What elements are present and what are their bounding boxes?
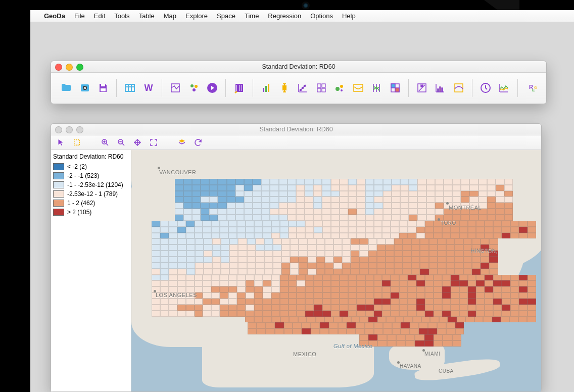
toolbar-window: Standard Deviation: RD60 WMREG (51, 61, 547, 104)
city-dot (158, 167, 160, 169)
city-dot (397, 361, 400, 364)
legend-item[interactable]: < -2 (2) (53, 162, 129, 171)
regression-icon[interactable]: REG (522, 79, 540, 97)
svg-rect-18 (317, 84, 321, 87)
menu-map[interactable]: Map (159, 12, 181, 20)
legend-swatch (53, 181, 64, 188)
close-traffic-light[interactable] (55, 126, 62, 133)
toolbar-titlebar[interactable]: Standard Deviation: RD60 (51, 61, 546, 73)
select-columns-icon[interactable] (230, 79, 248, 97)
time-icon[interactable] (476, 79, 495, 97)
svg-rect-12 (265, 86, 267, 92)
svg-point-8 (195, 85, 198, 88)
play-icon[interactable] (203, 79, 221, 97)
save-icon[interactable] (94, 79, 112, 97)
bubble-chart-icon[interactable] (330, 79, 349, 97)
svg-rect-27 (391, 84, 395, 88)
choropleth-layer (152, 173, 536, 366)
menu-space[interactable]: Space (212, 12, 240, 20)
close-traffic-light[interactable] (55, 64, 62, 71)
add-layer-icon[interactable] (176, 137, 187, 148)
map-label: HINGTON, (471, 248, 498, 254)
moran-scatter-icon[interactable]: M (413, 79, 431, 97)
menu-options[interactable]: Options (306, 12, 338, 20)
svg-rect-2 (101, 84, 105, 86)
main-toolbar: WMREG (51, 73, 546, 103)
laptop-camera (303, 3, 308, 8)
close-project-icon[interactable] (75, 79, 93, 97)
menu-tools[interactable]: Tools (110, 12, 134, 20)
minimize-traffic-light[interactable] (66, 126, 73, 133)
svg-point-22 (336, 87, 340, 91)
menu-explore[interactable]: Explore (181, 12, 212, 20)
menu-time[interactable]: Time (240, 12, 263, 20)
legend-label: -2.53e-12 - 1 (789) (67, 190, 118, 198)
menu-regression[interactable]: Regression (263, 12, 306, 20)
svg-point-7 (190, 84, 194, 87)
map-label: Gulf of Mexico (333, 343, 372, 349)
legend-swatch (53, 172, 64, 179)
city-dot (154, 290, 156, 292)
cluster-dots-icon[interactable] (184, 79, 203, 97)
legend-swatch (53, 163, 64, 170)
pan-icon[interactable] (132, 137, 143, 148)
map-label: MEXICO (293, 351, 316, 357)
svg-point-24 (341, 89, 343, 91)
legend-item[interactable]: -2 - -1 (523) (53, 171, 129, 180)
city-dot (446, 202, 449, 205)
cartogram-icon[interactable] (349, 79, 367, 97)
box-plot-icon[interactable] (275, 79, 294, 97)
minimize-traffic-light[interactable] (66, 64, 73, 71)
svg-rect-11 (263, 88, 264, 92)
menu-file[interactable]: File (70, 12, 89, 20)
svg-rect-20 (317, 88, 321, 92)
legend-label: > 2 (105) (67, 209, 91, 216)
legend-item[interactable]: 1 - 2 (462) (53, 199, 129, 208)
differential-moran-icon[interactable] (431, 79, 449, 97)
open-folder-icon[interactable] (57, 79, 75, 97)
averages-chart-icon[interactable] (495, 79, 513, 97)
scatter-matrix-icon[interactable] (312, 79, 330, 97)
refresh-icon[interactable] (193, 137, 204, 148)
pointer-icon[interactable] (55, 137, 66, 148)
full-extent-icon[interactable] (148, 137, 159, 148)
legend-swatch (53, 190, 64, 198)
map-window: Standard Deviation: RD60 Standard Deviat… (51, 123, 542, 392)
app-menu[interactable]: GeoDa (39, 12, 70, 20)
legend-item[interactable]: > 2 (105) (53, 208, 129, 217)
table-icon[interactable] (121, 79, 139, 97)
map-canvas[interactable]: VANCOUVERMONTRÉALTOROHINGTON,LOS ANGELES… (131, 150, 541, 391)
map-toolbar (51, 135, 541, 150)
map-titlebar[interactable]: Standard Deviation: RD60 (51, 124, 541, 135)
map-classifier-icon[interactable] (166, 79, 184, 97)
select-rect-icon[interactable] (71, 137, 82, 148)
legend-swatch (53, 209, 64, 216)
bar-chart-icon[interactable] (257, 79, 275, 97)
menu-help[interactable]: Help (338, 12, 360, 20)
menu-table[interactable]: Table (134, 12, 159, 20)
map-label: MONTRÉAL (449, 205, 482, 211)
svg-rect-21 (322, 88, 325, 92)
menu-edit[interactable]: Edit (89, 12, 110, 20)
zoom-out-icon[interactable] (116, 137, 127, 148)
map-label: HAVANA (400, 363, 421, 369)
legend-label: -2 - -1 (523) (67, 172, 99, 179)
svg-rect-32 (440, 87, 441, 92)
svg-rect-14 (283, 86, 286, 90)
scatter-plot-icon[interactable] (294, 79, 312, 97)
parallel-coord-icon[interactable] (367, 79, 386, 97)
svg-rect-4 (125, 84, 134, 91)
percentile-map-icon[interactable] (386, 79, 404, 97)
legend-item[interactable]: -1 - -2.53e-12 (1204) (53, 180, 129, 189)
map-window-title: Standard Deviation: RD60 (51, 126, 541, 133)
legend-item[interactable]: -2.53e-12 - 1 (789) (53, 189, 129, 199)
zoom-traffic-light[interactable] (76, 64, 83, 71)
zoom-traffic-light[interactable] (76, 126, 83, 133)
local-g-icon[interactable] (449, 79, 467, 97)
zoom-in-icon[interactable] (100, 137, 111, 148)
weights-w-icon[interactable]: W (139, 79, 158, 97)
city-dot (422, 349, 425, 352)
toolbar-window-title: Standard Deviation: RD60 (51, 63, 546, 70)
svg-rect-13 (268, 84, 269, 92)
legend-title: Standard Deviation: RD60 (53, 153, 129, 160)
